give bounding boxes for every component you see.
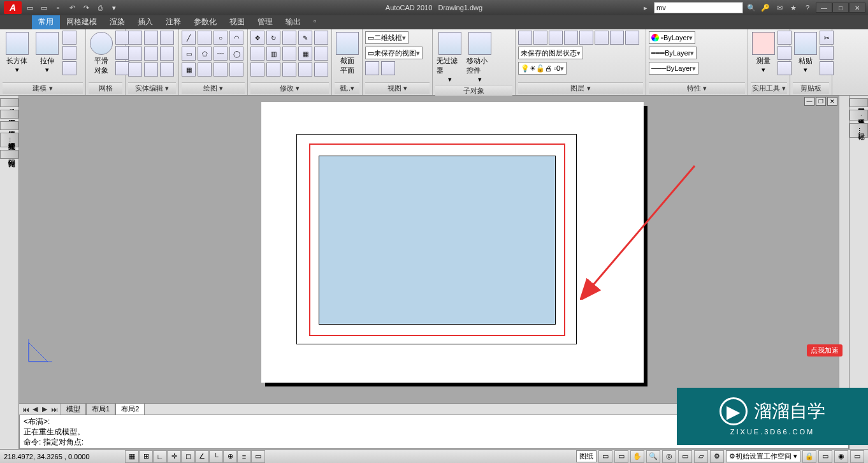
arc-button[interactable]: ◠ xyxy=(229,31,243,45)
panel-section-label[interactable]: 截..▾ xyxy=(335,82,359,94)
grid-toggle[interactable]: ⊞ xyxy=(139,450,153,463)
layer-t2-button[interactable] xyxy=(549,31,563,45)
se5-button[interactable] xyxy=(160,62,174,77)
view-state-dropdown[interactable]: ▭未保存的视图 xyxy=(365,47,423,59)
qat-more-icon[interactable]: ▾ xyxy=(108,2,120,13)
mirror-button[interactable]: ▥ xyxy=(266,47,280,61)
annovis-button[interactable]: ⚙ xyxy=(710,450,724,463)
filter-none-button[interactable]: 无过滤器▾ xyxy=(435,31,464,85)
paper-model-toggle[interactable]: 图纸 xyxy=(576,450,597,462)
util3-button[interactable] xyxy=(778,61,792,75)
explode-button[interactable] xyxy=(314,31,328,45)
panel-modeling-label[interactable]: 建模 ▾ xyxy=(3,82,83,94)
steering-button[interactable]: ◎ xyxy=(662,450,676,463)
palette-render[interactable]: 高级渲染设置 xyxy=(0,121,18,130)
tab-insert[interactable]: 插入 xyxy=(131,15,159,29)
tab-output[interactable]: 输出 xyxy=(279,15,307,29)
erase-button[interactable]: ✎ xyxy=(298,31,312,45)
lineweight-dropdown[interactable]: ━━━ ByLayer xyxy=(649,47,697,59)
section-plane-button[interactable]: 截面 平面 xyxy=(335,31,360,77)
se1-button[interactable] xyxy=(160,31,174,45)
panel-layers-label[interactable]: 图层 ▾ xyxy=(518,82,643,94)
move-button[interactable]: ✥ xyxy=(250,31,264,45)
panel-view-label[interactable]: 视图 ▾ xyxy=(365,82,430,94)
linetype-dropdown[interactable]: ─── ByLayer xyxy=(649,62,698,75)
stretch-button[interactable] xyxy=(250,62,264,77)
panel-draw-label[interactable]: 绘图 ▾ xyxy=(182,82,245,94)
tab-first-icon[interactable]: ⏮ xyxy=(21,405,30,414)
donut-button[interactable] xyxy=(229,62,243,77)
layer-t6-button[interactable] xyxy=(610,31,624,45)
copy-button[interactable] xyxy=(250,47,264,61)
qp-toggle[interactable]: ▭ xyxy=(251,450,265,463)
hardware-accel-button[interactable]: ▭ xyxy=(818,450,832,463)
minimize-button[interactable]: — xyxy=(816,3,832,13)
join-button[interactable] xyxy=(314,62,328,77)
intersect-button[interactable] xyxy=(128,62,142,77)
layout-tab-1[interactable]: 布局1 xyxy=(86,403,115,415)
tab-view[interactable]: 视图 xyxy=(223,15,251,29)
box-button[interactable]: 长方体▾ xyxy=(3,31,31,75)
lock-ui-button[interactable]: 🔒 xyxy=(802,450,816,463)
accelerate-badge[interactable]: 点我加速 xyxy=(807,344,843,356)
palette-markup[interactable]: 标记... xyxy=(850,123,868,138)
hatch-button[interactable]: ▦ xyxy=(182,62,196,77)
line-button[interactable]: ╱ xyxy=(182,31,196,45)
array-button[interactable]: ▦ xyxy=(298,47,312,61)
smooth-button[interactable]: 平滑 对象 xyxy=(89,31,114,77)
qat-undo-icon[interactable]: ↶ xyxy=(66,2,78,13)
region-button[interactable] xyxy=(198,62,212,77)
extrude-button[interactable]: 拉伸▾ xyxy=(33,31,61,75)
rect-button[interactable]: ▭ xyxy=(182,47,196,61)
layer-t7-button[interactable] xyxy=(625,31,639,45)
tab-annotate[interactable]: 注释 xyxy=(159,15,187,29)
qv-drawings-button[interactable]: ▭ xyxy=(614,450,628,463)
snap-toggle[interactable]: ▦ xyxy=(125,450,139,463)
color-dropdown[interactable]: ▫ ByLayer xyxy=(649,31,695,44)
util1-button[interactable] xyxy=(778,31,792,45)
zoom-button[interactable]: 🔍 xyxy=(646,450,660,463)
helix-button[interactable] xyxy=(213,62,228,77)
layer-t4-button[interactable] xyxy=(579,31,593,45)
spline-button[interactable]: 〰 xyxy=(213,47,228,61)
layer-t3-button[interactable] xyxy=(564,31,578,45)
panel-props-label[interactable]: 特性 ▾ xyxy=(649,82,745,94)
ellipse-button[interactable]: ◯ xyxy=(229,47,243,61)
lwt-toggle[interactable]: ≡ xyxy=(237,450,251,463)
tab-expand-icon[interactable]: ▫ xyxy=(307,15,322,29)
osnap-toggle[interactable]: ◻ xyxy=(181,450,195,463)
doc-restore-button[interactable]: ❐ xyxy=(816,97,826,106)
dyn-toggle[interactable]: ⊕ xyxy=(223,450,237,463)
tab-home[interactable]: 常用 xyxy=(32,15,60,29)
scale-button[interactable] xyxy=(266,62,280,77)
palette-materials[interactable]: 材质 xyxy=(0,98,18,107)
polygon-button[interactable]: ⬠ xyxy=(198,47,212,61)
help-search-input[interactable] xyxy=(654,2,743,13)
layer-current-dropdown[interactable]: 💡☀🔓🖨 ▫ 0 xyxy=(518,62,567,75)
panel-utilities-label[interactable]: 实用工具 ▾ xyxy=(751,82,787,94)
palette-sun[interactable]: 阳光特性 xyxy=(0,150,18,159)
layer-t1-button[interactable] xyxy=(533,31,547,45)
workspace-dropdown[interactable]: ⚙初始设置工作空间 ▾ xyxy=(726,450,800,462)
circle-button[interactable]: ○ xyxy=(213,31,228,45)
vport-single-button[interactable] xyxy=(365,61,379,75)
panel-modify-label[interactable]: 修改 ▾ xyxy=(250,82,329,94)
measure-button[interactable]: 测量▾ xyxy=(751,31,776,75)
tab-last-icon[interactable]: ⏭ xyxy=(50,405,59,414)
polysolid-button[interactable] xyxy=(62,31,76,45)
paper-space[interactable]: — ❐ ✕ 点我加速 xyxy=(19,96,849,403)
showmotion-button[interactable]: ▭ xyxy=(678,450,692,463)
ortho-toggle[interactable]: ∟ xyxy=(153,450,167,463)
match-button[interactable] xyxy=(820,61,834,75)
palette-vstyle[interactable]: 视觉样式管理... xyxy=(0,133,18,147)
trim-button[interactable] xyxy=(282,31,296,45)
panel-solidedit-label[interactable]: 实体编辑 ▾ xyxy=(128,82,176,94)
maximize-button[interactable]: □ xyxy=(832,3,849,13)
pline-button[interactable] xyxy=(198,31,212,45)
clip-copy-button[interactable] xyxy=(820,46,834,60)
comm-icon[interactable]: ✉ xyxy=(774,2,785,13)
se3-button[interactable] xyxy=(160,47,174,61)
layer-state-dropdown[interactable]: 未保存的图层状态 xyxy=(518,47,583,59)
se4-button[interactable] xyxy=(144,62,158,77)
break-button[interactable] xyxy=(298,62,312,77)
